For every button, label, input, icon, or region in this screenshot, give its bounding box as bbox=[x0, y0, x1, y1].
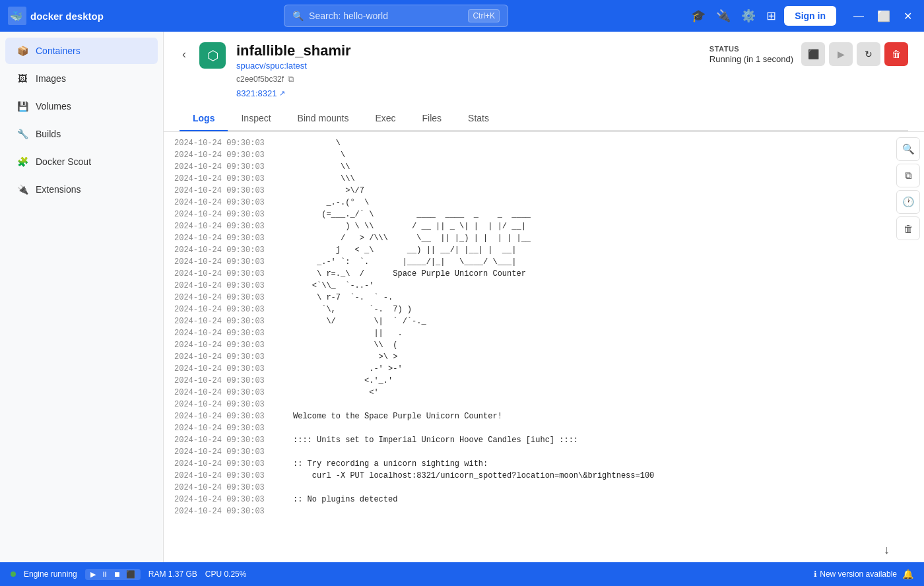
container-id-row: c2ee0f5bc32f ⧉ bbox=[236, 74, 462, 84]
minimize-button[interactable]: — bbox=[849, 9, 868, 23]
log-line: 2024-10-24 09:30:03 || . bbox=[174, 327, 913, 339]
container-id-text: c2ee0f5bc32f bbox=[236, 75, 284, 84]
delete-button[interactable]: 🗑 bbox=[884, 42, 908, 66]
log-line: 2024-10-24 09:30:03 :::: Units set to Im… bbox=[174, 434, 913, 446]
log-message: :: No plugins detected bbox=[293, 494, 397, 505]
app-name: docker desktop bbox=[30, 11, 104, 22]
log-line: 2024-10-24 09:30:03 <' bbox=[174, 387, 913, 399]
extensions-sidebar-icon: 🔌 bbox=[16, 183, 29, 196]
sidebar: 📦 Containers 🖼 Images 💾 Volumes 🔧 Builds… bbox=[0, 32, 164, 562]
tab-logs[interactable]: Logs bbox=[180, 106, 228, 131]
log-line: 2024-10-24 09:30:03 `\, `-. 7) ) bbox=[174, 304, 913, 315]
engine-terminal-btn[interactable]: ⬛ bbox=[125, 570, 137, 579]
scroll-down-indicator[interactable]: ↓ bbox=[884, 543, 890, 557]
start-button[interactable]: ▶ bbox=[829, 42, 853, 66]
container-header: ‹ ⬡ infallible_shamir spuacv/spuc:latest… bbox=[164, 32, 924, 132]
log-timestamp: 2024-10-24 09:30:03 bbox=[174, 304, 293, 315]
maximize-button[interactable]: ⬜ bbox=[873, 9, 894, 24]
bottombar: Engine running ▶ ⏸ ⏹ ⬛ RAM 1.37 GB CPU 0… bbox=[0, 562, 924, 586]
learn-icon-btn[interactable]: 🎓 bbox=[688, 6, 708, 26]
sidebar-item-extensions[interactable]: 🔌 Extensions bbox=[5, 176, 158, 203]
sidebar-item-containers[interactable]: 📦 Containers bbox=[5, 38, 158, 64]
sidebar-item-images[interactable]: 🖼 Images bbox=[5, 65, 158, 92]
notification-bell-button[interactable]: 🔔 bbox=[902, 569, 913, 579]
engine-play-btn[interactable]: ▶ bbox=[89, 570, 97, 579]
log-timestamp: 2024-10-24 09:30:03 bbox=[174, 280, 293, 292]
log-timestamp: 2024-10-24 09:30:03 bbox=[174, 197, 293, 209]
tab-bind-mounts[interactable]: Bind mounts bbox=[284, 106, 362, 131]
log-line: 2024-10-24 09:30:03 :: Try recording a u… bbox=[174, 458, 913, 470]
search-icon: 🔍 bbox=[292, 11, 304, 21]
sidebar-item-docker-scout[interactable]: 🧩 Docker Scout bbox=[5, 148, 158, 175]
search-text: Search: hello-world bbox=[309, 11, 388, 21]
copy-id-button[interactable]: ⧉ bbox=[288, 74, 294, 84]
app-logo: 🐳 docker desktop bbox=[8, 7, 104, 25]
log-timestamp: 2024-10-24 09:30:03 bbox=[174, 339, 293, 351]
log-line: 2024-10-24 09:30:03 >\/7 bbox=[174, 185, 913, 197]
engine-pause-btn[interactable]: ⏸ bbox=[100, 570, 110, 578]
grid-icon-btn[interactable]: ⊞ bbox=[764, 6, 779, 26]
log-line: 2024-10-24 09:30:03 bbox=[174, 422, 913, 434]
log-timestamp: 2024-10-24 09:30:03 bbox=[174, 315, 293, 327]
restart-button[interactable]: ↻ bbox=[857, 42, 880, 66]
tab-stats[interactable]: Stats bbox=[455, 106, 502, 131]
log-timestamp: 2024-10-24 09:30:03 bbox=[174, 422, 293, 434]
extensions-icon-btn[interactable]: 🔌 bbox=[713, 6, 733, 26]
log-timestamp: 2024-10-24 09:30:03 bbox=[174, 209, 293, 220]
clear-log-button[interactable]: 🗑 bbox=[896, 216, 920, 240]
log-message: `\, `-. 7) ) bbox=[293, 304, 412, 315]
new-version-text: New version available bbox=[820, 570, 897, 579]
container-image-link[interactable]: spuacv/spuc:latest bbox=[236, 61, 307, 71]
log-message: \ r-7 `-. ` -. bbox=[293, 292, 397, 304]
tab-exec[interactable]: Exec bbox=[362, 106, 409, 131]
search-log-button[interactable]: 🔍 bbox=[896, 137, 920, 161]
log-line: 2024-10-24 09:30:03 >\ > bbox=[174, 351, 913, 363]
ram-label: RAM 1.37 GB bbox=[148, 570, 197, 579]
tab-inspect[interactable]: Inspect bbox=[228, 106, 284, 131]
log-message: <' bbox=[293, 387, 379, 399]
action-buttons: ⬛ ▶ ↻ 🗑 bbox=[801, 42, 908, 66]
docker-logo-icon: 🐳 bbox=[8, 7, 26, 25]
log-timestamp: 2024-10-24 09:30:03 bbox=[174, 149, 293, 161]
copy-log-button[interactable]: ⧉ bbox=[896, 164, 920, 187]
log-message: .-' >-' bbox=[293, 363, 403, 375]
close-button[interactable]: ✕ bbox=[900, 9, 916, 24]
sidebar-item-label-containers: Containers bbox=[36, 46, 81, 56]
log-message: \/ \| ` /`-._ bbox=[293, 315, 426, 327]
container-port[interactable]: 8321:8321 ↗ bbox=[236, 88, 462, 98]
log-message: >\/7 bbox=[293, 185, 364, 197]
log-timestamp: 2024-10-24 09:30:03 bbox=[174, 470, 293, 482]
log-timestamp: 2024-10-24 09:30:03 bbox=[174, 434, 293, 446]
search-box[interactable]: 🔍 Search: hello-world Ctrl+K bbox=[284, 5, 508, 27]
engine-stop-btn[interactable]: ⏹ bbox=[112, 570, 122, 578]
bottom-right: ℹ New version available 🔔 bbox=[814, 569, 913, 579]
status-label: STATUS bbox=[710, 45, 793, 53]
stop-button[interactable]: ⬛ bbox=[801, 42, 825, 66]
log-area[interactable]: 2024-10-24 09:30:03 \2024-10-24 09:30:03… bbox=[164, 132, 924, 562]
sidebar-item-label-docker-scout: Docker Scout bbox=[36, 156, 91, 167]
history-button[interactable]: 🕐 bbox=[896, 190, 920, 214]
log-timestamp: 2024-10-24 09:30:03 bbox=[174, 375, 293, 387]
log-line: 2024-10-24 09:30:03 bbox=[174, 482, 913, 494]
sidebar-item-builds[interactable]: 🔧 Builds bbox=[5, 121, 158, 147]
sign-in-button[interactable]: Sign in bbox=[784, 6, 836, 26]
log-line: 2024-10-24 09:30:03 :: No plugins detect… bbox=[174, 494, 913, 505]
log-message: (=___._/` \ ____ ____ _ _ ____ bbox=[293, 209, 531, 220]
log-message: <.'_.' bbox=[293, 375, 393, 387]
sidebar-item-volumes[interactable]: 💾 Volumes bbox=[5, 93, 158, 119]
log-message: >\ > bbox=[293, 351, 397, 363]
log-timestamp: 2024-10-24 09:30:03 bbox=[174, 173, 293, 185]
log-timestamp: 2024-10-24 09:30:03 bbox=[174, 327, 293, 339]
container-title-row: ‹ ⬡ infallible_shamir spuacv/spuc:latest… bbox=[180, 42, 908, 98]
log-timestamp: 2024-10-24 09:30:03 bbox=[174, 494, 293, 505]
log-line: 2024-10-24 09:30:03 \\ ( bbox=[174, 339, 913, 351]
tab-files[interactable]: Files bbox=[409, 106, 455, 131]
log-line: 2024-10-24 09:30:03 ) \ \\ / __ || _ \| … bbox=[174, 220, 913, 232]
settings-icon-btn[interactable]: ⚙️ bbox=[739, 6, 758, 26]
back-button[interactable]: ‹ bbox=[180, 45, 189, 64]
log-message: \\\ bbox=[293, 173, 355, 185]
tabs: Logs Inspect Bind mounts Exec Files Stat… bbox=[180, 106, 908, 131]
log-message: || . bbox=[293, 327, 403, 339]
log-line: 2024-10-24 09:30:03 _.-' `: `. |____/|_|… bbox=[174, 256, 913, 268]
log-content: 2024-10-24 09:30:03 \2024-10-24 09:30:03… bbox=[164, 132, 924, 523]
